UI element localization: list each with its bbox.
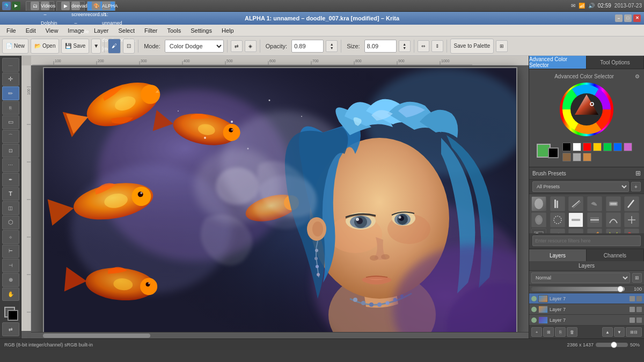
brush-item[interactable]: ab <box>568 228 583 233</box>
taskbar-btn-dolphin[interactable]: 🗂 Videos – Dolphin <box>26 1 54 11</box>
menu-layer[interactable]: Layer <box>90 26 113 35</box>
similar-color-select-tool[interactable]: ⋯ <box>2 158 19 172</box>
pan-tool[interactable]: ✋ <box>2 287 19 301</box>
save-options-button[interactable]: ▼ <box>91 39 101 54</box>
swatch-9[interactable] <box>583 153 591 161</box>
brush-presets-options[interactable]: ⊞ <box>635 169 641 177</box>
app-icon-konsole[interactable]: ▶ <box>12 2 20 10</box>
brush-item[interactable] <box>606 228 621 233</box>
maximize-button[interactable]: □ <box>624 14 632 22</box>
measure-tool[interactable]: ⊣ <box>2 258 19 272</box>
layer-delete-button[interactable]: 🗑 <box>567 327 577 337</box>
menu-image[interactable]: Image <box>63 26 89 35</box>
opacity-slider[interactable] <box>531 287 625 291</box>
app-icon-dolphin[interactable]: 🐬 <box>2 2 11 10</box>
brush-item[interactable] <box>531 196 546 211</box>
brush-preset-filter-select[interactable]: All Presets <box>532 181 629 192</box>
brush-item[interactable] <box>531 228 546 233</box>
tab-layers[interactable]: Layers <box>529 249 587 261</box>
menu-help[interactable]: Help <box>217 26 238 35</box>
add-layer-button[interactable]: + <box>531 327 542 337</box>
contiguous-select-tool[interactable]: ⊡ <box>2 144 19 158</box>
swatch-1[interactable] <box>573 143 581 151</box>
layers-options-button[interactable]: ⊞ <box>632 273 642 283</box>
fill-tool[interactable]: ⬡ <box>2 216 19 230</box>
brush-item[interactable] <box>587 228 602 233</box>
swatch-5[interactable] <box>613 143 622 151</box>
brush-add-button[interactable]: + <box>631 182 641 191</box>
layers-blend-mode-select[interactable]: Normal <box>531 272 630 283</box>
resource-filter-input[interactable] <box>532 235 641 246</box>
brush-item[interactable] <box>624 196 639 211</box>
tab-channels[interactable]: Channels <box>587 249 644 261</box>
menu-edit[interactable]: Edit <box>21 26 40 35</box>
opacity-up-btn[interactable]: ▲▼ <box>326 40 338 52</box>
h-scrollbar-thumb[interactable] <box>43 334 150 338</box>
eraser-button[interactable]: ⊡ <box>123 39 135 54</box>
opacity-slider-thumb[interactable] <box>617 286 624 292</box>
brush-item[interactable] <box>550 212 565 227</box>
smart-patch-tool[interactable]: ⟐ <box>2 230 19 244</box>
minimize-button[interactable]: – <box>615 14 623 22</box>
menu-settings[interactable]: Settings <box>186 26 216 35</box>
zoom-slider[interactable] <box>596 343 628 347</box>
blend-mode-select[interactable]: Color Dodge <box>165 40 224 53</box>
rectangle-select-tool[interactable]: ▭ <box>2 115 19 129</box>
tab-advanced-color-selector[interactable]: Advanced Color Selector <box>529 56 587 69</box>
move-tool[interactable]: ✛ <box>2 72 19 86</box>
layer-move-up-button[interactable]: ▲ <box>602 327 613 337</box>
layer-item-1[interactable]: Layer 7 <box>529 304 644 315</box>
brush-item[interactable] <box>587 196 602 211</box>
brush-item[interactable] <box>550 228 565 233</box>
mirror-h-button[interactable]: ⇔ <box>418 40 429 52</box>
layer-copy-button[interactable]: ⎘ <box>555 327 566 337</box>
volume-icon[interactable]: 🔊 <box>588 3 595 9</box>
open-button[interactable]: 📂 Open <box>31 39 59 54</box>
freehand-brush-tool[interactable]: ✏ <box>2 86 19 100</box>
brush-item[interactable] <box>568 196 583 211</box>
background-swatch[interactable] <box>548 147 559 158</box>
brush-button[interactable]: 🖌 <box>108 39 121 54</box>
taskbar-btn-konsole[interactable]: ▶ deevad: screenrecord.sh – Konsole <box>56 1 85 11</box>
swatch-8[interactable] <box>573 153 581 161</box>
zoom-slider-thumb[interactable] <box>611 342 617 348</box>
tab-tool-options[interactable]: Tool Options <box>587 56 644 69</box>
color-wheel-container[interactable] <box>533 83 640 136</box>
brush-item[interactable] <box>624 228 639 233</box>
mail-icon[interactable]: ✉ <box>571 3 575 9</box>
path-tool[interactable]: ✒ <box>2 173 19 187</box>
new-button[interactable]: 📄 New <box>2 39 28 54</box>
brush-item[interactable] <box>606 196 621 211</box>
menu-select[interactable]: Select <box>114 26 139 35</box>
color-wheel[interactable] <box>560 83 613 136</box>
color-toggle-button[interactable]: ◈ <box>245 40 257 52</box>
zoom-tool[interactable]: ⊕ <box>2 273 19 287</box>
size-input[interactable] <box>364 40 397 53</box>
swatch-4[interactable] <box>603 143 612 151</box>
layer-lock-icon-2[interactable] <box>630 317 635 323</box>
swatch-3[interactable] <box>593 143 602 151</box>
close-button[interactable]: ✕ <box>633 14 641 22</box>
save-button[interactable]: 💾 Save <box>61 39 89 54</box>
taskbar-btn-krita[interactable]: 🎨 ALPHA 1: unnamed – doodle_007.kra [mod… <box>87 1 115 11</box>
nav-tool[interactable]: … <box>2 58 19 72</box>
brush-item[interactable] <box>568 212 583 227</box>
menu-view[interactable]: View <box>41 26 63 35</box>
layer-move-down-button[interactable]: ▼ <box>614 327 625 337</box>
save-palette-button[interactable]: Save to Palette <box>450 39 494 54</box>
layer-visibility-icon-2[interactable] <box>531 317 537 323</box>
brush-item[interactable] <box>550 196 565 211</box>
swatch-7[interactable] <box>562 153 571 161</box>
brush-item[interactable] <box>531 212 546 227</box>
layer-visibility-icon[interactable] <box>531 296 537 301</box>
menu-filter[interactable]: Filter <box>140 26 162 35</box>
layer-group-button[interactable]: ⊞ <box>543 327 554 337</box>
layer-item-0[interactable]: Layer 7 <box>529 293 644 304</box>
gradient-tool[interactable]: ◫ <box>2 201 19 215</box>
swatch-0[interactable] <box>562 143 571 151</box>
wifi-icon[interactable]: 📶 <box>579 3 585 9</box>
text-tool[interactable]: T <box>2 187 19 201</box>
layer-lock-icon[interactable] <box>630 296 635 301</box>
palette-options-button[interactable]: ⊞ <box>496 40 508 52</box>
canvas-area[interactable]: 100 200 300 400 500 600 700 800 <box>21 56 529 338</box>
